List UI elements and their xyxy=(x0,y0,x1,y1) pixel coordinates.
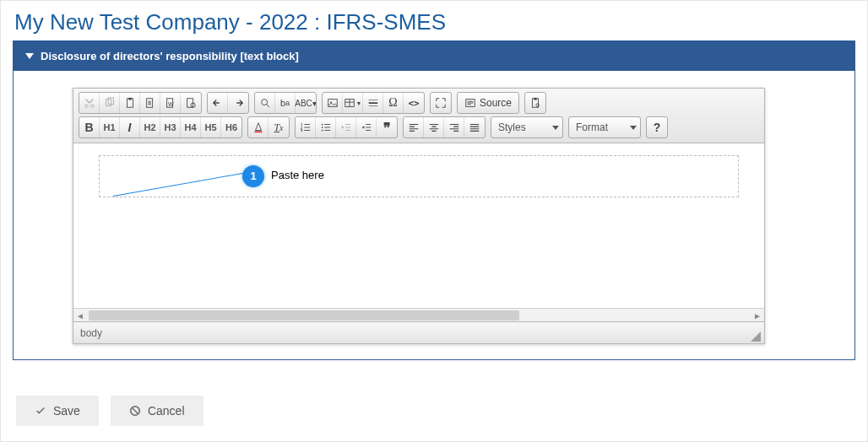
align-justify-icon[interactable] xyxy=(464,117,485,137)
table-icon[interactable]: ▼ xyxy=(343,93,363,113)
paste-special-icon[interactable] xyxy=(181,93,201,113)
footer-buttons: Save Cancel xyxy=(16,396,203,426)
align-left-icon[interactable] xyxy=(404,117,424,137)
svg-point-0 xyxy=(84,105,88,108)
h1-button[interactable]: H1 xyxy=(100,117,120,137)
blockquote-icon[interactable]: ❞ xyxy=(377,117,397,137)
help-button[interactable]: ? xyxy=(647,117,667,137)
find-icon[interactable] xyxy=(255,93,275,113)
save-label: Save xyxy=(53,404,80,418)
bulleted-list-icon[interactable] xyxy=(316,117,336,137)
editor-toolbar: W ba ABC▾ xyxy=(73,89,764,143)
scroll-right-icon[interactable]: ► xyxy=(751,309,764,322)
svg-rect-12 xyxy=(328,100,337,107)
bold-button[interactable]: B xyxy=(79,117,100,137)
save-button[interactable]: Save xyxy=(16,396,99,426)
scroll-thumb[interactable] xyxy=(89,310,519,321)
align-right-icon[interactable] xyxy=(444,117,464,137)
page-root: My New Test Company - 2022 : IFRS-SMES D… xyxy=(0,0,868,442)
redo-icon[interactable] xyxy=(228,93,248,113)
maximize-icon[interactable] xyxy=(431,93,451,113)
cancel-icon xyxy=(129,405,141,417)
panel-header-toggle[interactable]: Disclosure of directors' responsibility … xyxy=(14,41,854,71)
svg-rect-5 xyxy=(128,98,132,100)
special-char-icon[interactable]: Ω xyxy=(383,93,404,113)
styles-label: Styles xyxy=(498,121,526,133)
horizontal-rule-icon[interactable] xyxy=(363,93,383,113)
svg-point-25 xyxy=(321,130,323,132)
templates-icon[interactable] xyxy=(525,93,545,113)
undo-icon[interactable] xyxy=(208,93,228,113)
h4-button[interactable]: H4 xyxy=(181,117,201,137)
cancel-button[interactable]: Cancel xyxy=(111,396,203,426)
resize-grip-icon[interactable] xyxy=(751,332,761,342)
chevron-down-icon xyxy=(552,126,559,130)
toolbar-row-1: W ba ABC▾ xyxy=(79,92,759,114)
editor-elements-path[interactable]: body xyxy=(80,327,102,339)
editor-status-bar: body xyxy=(73,321,764,343)
spellcheck-icon[interactable]: ABC▾ xyxy=(296,93,316,113)
svg-rect-17 xyxy=(534,98,537,100)
toolbar-row-2: B H1 I H2 H3 H4 H5 H6 Tx xyxy=(79,116,759,138)
content-placeholder-box xyxy=(99,155,739,197)
page-title: My New Test Company - 2022 : IFRS-SMES xyxy=(14,9,855,35)
svg-point-1 xyxy=(90,105,94,108)
editor-horizontal-scrollbar[interactable]: ◄ ► xyxy=(73,308,764,321)
remove-format-icon[interactable]: Tx xyxy=(269,117,289,137)
svg-text:W: W xyxy=(167,101,173,107)
paste-word-icon[interactable]: W xyxy=(160,93,181,113)
paste-text-icon[interactable] xyxy=(140,93,160,113)
h6-button[interactable]: H6 xyxy=(221,117,241,137)
image-icon[interactable] xyxy=(323,93,343,113)
svg-text:3: 3 xyxy=(300,128,302,132)
source-label: Source xyxy=(480,97,512,109)
numbered-list-icon[interactable]: 123 xyxy=(296,117,316,137)
italic-button[interactable]: I xyxy=(120,117,140,137)
source-button[interactable]: Source xyxy=(457,92,519,114)
format-dropdown[interactable]: Format xyxy=(568,116,641,138)
check-icon xyxy=(35,405,46,417)
annotation-step-text: Paste here xyxy=(271,169,324,181)
svg-point-23 xyxy=(321,124,323,126)
outdent-icon[interactable] xyxy=(336,117,356,137)
replace-icon[interactable]: ba xyxy=(275,93,296,113)
svg-point-24 xyxy=(321,127,323,128)
caret-down-icon xyxy=(25,53,34,59)
svg-rect-19 xyxy=(254,131,262,132)
format-label: Format xyxy=(576,121,608,133)
cancel-label: Cancel xyxy=(148,404,185,418)
panel-body: W ba ABC▾ xyxy=(14,71,854,359)
paste-icon[interactable] xyxy=(120,93,140,113)
cut-icon[interactable] xyxy=(79,93,100,113)
chevron-down-icon xyxy=(630,126,637,130)
svg-point-11 xyxy=(261,100,267,105)
panel-header-label: Disclosure of directors' responsibility … xyxy=(41,50,299,62)
align-center-icon[interactable] xyxy=(424,117,444,137)
code-icon[interactable]: <> xyxy=(404,93,424,113)
h2-button[interactable]: H2 xyxy=(140,117,160,137)
editor-content-area[interactable]: 1 Paste here xyxy=(73,143,764,308)
scroll-left-icon[interactable]: ◄ xyxy=(73,309,87,322)
rich-text-editor: W ba ABC▾ xyxy=(73,88,765,344)
annotation-step-bubble: 1 xyxy=(242,165,264,187)
disclosure-panel: Disclosure of directors' responsibility … xyxy=(13,40,855,360)
text-color-icon[interactable] xyxy=(248,117,269,137)
h5-button[interactable]: H5 xyxy=(201,117,221,137)
indent-icon[interactable] xyxy=(356,117,377,137)
copy-icon[interactable] xyxy=(100,93,120,113)
h3-button[interactable]: H3 xyxy=(160,117,181,137)
styles-dropdown[interactable]: Styles xyxy=(491,116,563,138)
